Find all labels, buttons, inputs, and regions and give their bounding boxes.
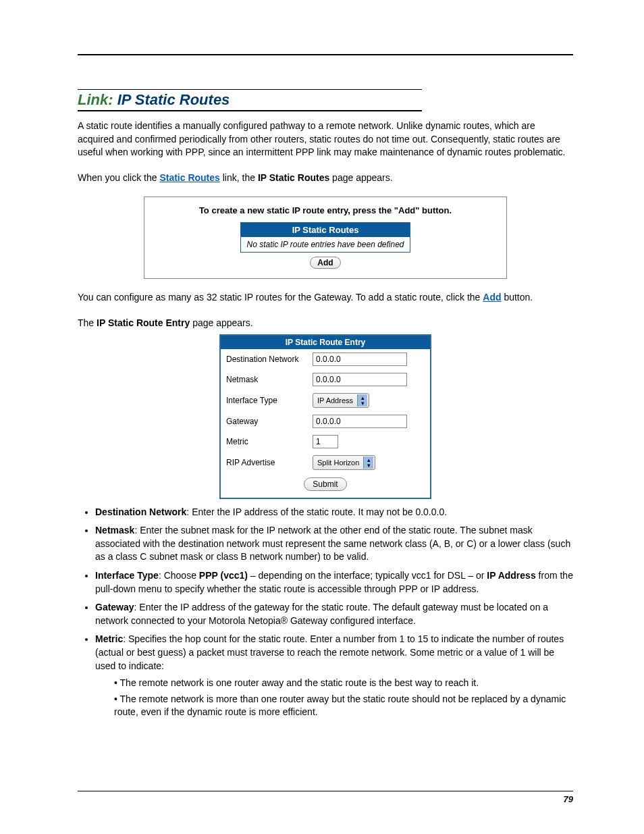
screenshot-route-entry: IP Static Route Entry Destination Networ…: [219, 334, 431, 499]
text: The: [78, 317, 97, 328]
text: page appears.: [332, 172, 393, 183]
text: You can configure as many as 32 static I…: [78, 292, 483, 303]
metric-sublist: The remote network is one router away an…: [95, 677, 573, 719]
input-netmask[interactable]: 0.0.0.0: [313, 373, 407, 386]
term: Metric: [95, 633, 123, 644]
chevron-updown-icon: ▴▾: [363, 457, 373, 469]
select-rip-value: Split Horizon: [317, 459, 359, 467]
entry-form-header: IP Static Route Entry: [221, 336, 430, 349]
chevron-updown-icon: ▴▾: [357, 394, 367, 407]
text: – depending on the interface; typically …: [248, 570, 487, 581]
label-destination: Destination Network: [226, 355, 313, 364]
input-metric[interactable]: 1: [313, 435, 338, 448]
page-name-bold: IP Static Routes: [258, 172, 329, 183]
select-rip[interactable]: Split Horizon ▴▾: [313, 455, 375, 470]
row-netmask: Netmask 0.0.0.0: [221, 369, 430, 390]
submit-row: Submit: [221, 473, 430, 498]
heading-container: Link: IP Static Routes: [78, 89, 422, 111]
label-rip: RIP Advertise: [226, 458, 313, 467]
add-button[interactable]: Add: [310, 257, 340, 269]
submit-button[interactable]: Submit: [304, 477, 346, 491]
label-gateway: Gateway: [226, 417, 313, 426]
metric-sub2: The remote network is more than one rout…: [114, 693, 573, 719]
metric-sub1: The remote network is one router away an…: [114, 677, 573, 690]
def-metric: Metric: Specifies the hop count for the …: [95, 633, 573, 719]
term: Destination Network: [95, 506, 186, 517]
def-gateway: Gateway: Enter the IP address of the gat…: [95, 601, 573, 627]
entry-page-bold: IP Static Route Entry: [97, 317, 190, 328]
row-interface: Interface Type IP Address ▴▾: [221, 390, 430, 411]
term: Netmask: [95, 525, 134, 536]
def-destination: Destination Network: Enter the IP addres…: [95, 506, 573, 519]
text: : Specifies the hop count for the static…: [95, 633, 564, 671]
row-metric: Metric 1: [221, 432, 430, 452]
text: : Enter the IP address of the gateway fo…: [95, 602, 548, 626]
label-interface: Interface Type: [226, 396, 313, 405]
page-number: 79: [564, 794, 573, 804]
routes-table-empty: No static IP route entries have been def…: [241, 237, 409, 252]
def-netmask: Netmask: Enter the subnet mask for the I…: [95, 524, 573, 564]
row-gateway: Gateway 0.0.0.0: [221, 411, 430, 432]
text: : Choose: [159, 570, 199, 581]
input-destination[interactable]: 0.0.0.0: [313, 353, 407, 366]
add-info-paragraph: You can configure as many as 32 static I…: [78, 291, 573, 305]
top-rule: [78, 54, 573, 55]
text: : Enter the IP address of the static rou…: [186, 506, 447, 517]
row-destination: Destination Network 0.0.0.0: [221, 349, 430, 369]
text: button.: [504, 292, 533, 303]
definitions-list: Destination Network: Enter the IP addres…: [78, 506, 573, 719]
click-info-paragraph: When you click the Static Routes link, t…: [78, 172, 573, 185]
text: page appears.: [192, 317, 253, 328]
ip-bold: IP Address: [487, 570, 535, 581]
text: : Enter the subnet mask for the IP netwo…: [95, 525, 570, 562]
intro-paragraph: A static route identifies a manually con…: [78, 120, 573, 159]
routes-table: IP Static Routes No static IP route entr…: [240, 222, 410, 253]
input-gateway[interactable]: 0.0.0.0: [313, 415, 407, 428]
routes-table-header: IP Static Routes: [241, 223, 409, 237]
add-link[interactable]: Add: [483, 292, 501, 303]
term: Interface Type: [95, 570, 159, 581]
def-interface: Interface Type: Choose PPP (vcc1) – depe…: [95, 569, 573, 596]
label-metric: Metric: [226, 437, 313, 446]
static-routes-link[interactable]: Static Routes: [159, 172, 219, 183]
heading-prefix: Link:: [78, 91, 113, 108]
row-rip: RIP Advertise Split Horizon ▴▾: [221, 452, 430, 473]
entry-page-paragraph: The IP Static Route Entry page appears.: [78, 317, 573, 330]
select-interface[interactable]: IP Address ▴▾: [313, 393, 369, 408]
text: When you click the: [78, 172, 159, 183]
page-footer: 79: [78, 791, 573, 804]
screenshot-static-routes: To create a new static IP route entry, p…: [144, 197, 507, 279]
select-interface-value: IP Address: [317, 396, 353, 405]
label-netmask: Netmask: [226, 375, 313, 384]
ppp-bold: PPP (vcc1): [199, 570, 248, 581]
heading-title: IP Static Routes: [117, 91, 230, 108]
term: Gateway: [95, 602, 134, 613]
text: link, the: [223, 172, 258, 183]
page-heading: Link: IP Static Routes: [78, 91, 422, 111]
instruction-text: To create a new static IP route entry, p…: [157, 205, 494, 215]
